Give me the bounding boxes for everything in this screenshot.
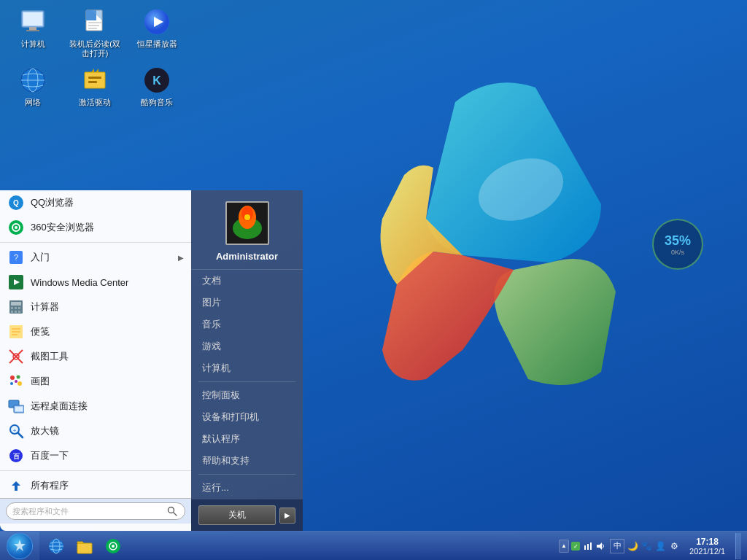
right-menu-games[interactable]: 游戏 (191, 335, 303, 357)
all-programs-icon (7, 477, 25, 494)
tray-icon-volume[interactable] (595, 540, 606, 552)
desktop-icon-computer[interactable]: 计算机 (7, 7, 58, 58)
tray-icon-user[interactable]: 👤 (654, 540, 666, 552)
speed-unit: 0K/s (671, 249, 684, 256)
svg-marker-19 (96, 69, 98, 72)
svg-point-76 (112, 545, 115, 548)
clock[interactable]: 17:18 2021/12/1 (684, 537, 731, 556)
taskbar-icon-ie2[interactable] (100, 533, 126, 559)
documents-label: 文档 (202, 274, 221, 287)
intro-label: 入门 (31, 251, 172, 264)
taskbar-icon-ie[interactable] (43, 533, 69, 559)
tray-icon-settings[interactable]: ⚙ (668, 540, 680, 552)
notification-area: ▲ ✓ (559, 540, 606, 553)
windows-logo (324, 44, 630, 394)
speed-widget: 35% 0K/s (652, 219, 703, 270)
all-programs-label: 所有程序 (31, 479, 184, 492)
snipping-label: 截图工具 (31, 350, 184, 363)
right-menu-computer[interactable]: 计算机 (191, 357, 303, 379)
svg-rect-34 (11, 302, 21, 306)
speed-percent: 35% (665, 233, 691, 249)
svg-rect-62 (15, 485, 18, 491)
svg-text:+: + (13, 427, 17, 434)
svg-point-49 (17, 376, 20, 379)
intro-arrow: ▶ (178, 254, 184, 262)
svg-rect-39 (15, 311, 17, 313)
desktop-icon-hengxing[interactable]: 恒星播放器 (131, 7, 182, 58)
360-browser-label: 360安全浏览器 (31, 221, 184, 234)
icon-row-1: 计算机 装机后必读(双击打开) (7, 7, 182, 58)
tray-icon-shield[interactable]: ✓ (570, 540, 581, 552)
menu-item-all-programs[interactable]: 所有程序 (0, 473, 191, 498)
svg-rect-79 (584, 545, 586, 550)
search-icon (166, 505, 179, 518)
menu-item-baidu[interactable]: 百 百度一下 (0, 443, 191, 468)
svg-point-28 (15, 226, 18, 229)
svg-rect-17 (85, 72, 105, 88)
svg-marker-82 (597, 542, 602, 550)
baidu-icon: 百 (7, 447, 25, 464)
svg-rect-80 (587, 544, 589, 550)
network-label: 网络 (25, 98, 41, 107)
shutdown-button[interactable]: 关机 (198, 505, 276, 525)
paint-label: 画图 (31, 375, 184, 388)
desktop-icon-setup[interactable]: 装机后必读(双击打开) (69, 7, 120, 58)
kugo-label: 酷狗音乐 (141, 98, 173, 107)
taskbar-icon-explorer[interactable] (71, 533, 98, 559)
tray-expand[interactable]: ▲ (559, 540, 569, 553)
magnifier-icon: + (7, 422, 25, 440)
right-menu-pictures[interactable]: 图片 (191, 292, 303, 314)
user-panel[interactable]: Administrator (191, 190, 303, 270)
pictures-label: 图片 (202, 296, 221, 309)
menu-item-magnifier[interactable]: + 放大镜 (0, 419, 191, 443)
right-menu-devices[interactable]: 设备和打印机 (191, 406, 303, 428)
qq-browser-label: QQ浏览器 (31, 196, 184, 209)
desktop-icons: 计算机 装机后必读(双击打开) (7, 7, 182, 108)
right-menu-default-programs[interactable]: 默认程序 (191, 428, 303, 450)
menu-item-paint[interactable]: 画图 (0, 369, 191, 394)
tray-icon-network[interactable] (582, 540, 594, 552)
menu-item-calculator[interactable]: 计算器 (0, 295, 191, 319)
svg-point-50 (10, 382, 13, 385)
moon-icon[interactable]: 🌙 (627, 540, 638, 552)
search-placeholder: 搜索程序和文件 (12, 506, 160, 517)
hengxing-label: 恒星播放器 (137, 39, 177, 49)
menu-item-qq-browser[interactable]: Q QQ浏览器 (0, 190, 191, 215)
right-menu-run[interactable]: 运行... (191, 477, 303, 499)
svg-line-64 (174, 513, 177, 516)
menu-item-360-browser[interactable]: 360安全浏览器 (0, 215, 191, 240)
search-bar: 搜索程序和文件 (0, 498, 191, 524)
svg-rect-40 (18, 311, 20, 313)
snipping-icon (7, 348, 25, 365)
start-button[interactable] (0, 532, 39, 561)
shutdown-arrow[interactable]: ▶ (279, 508, 295, 524)
menu-item-snipping[interactable]: 截图工具 (0, 344, 191, 369)
desktop-icon-network[interactable]: 网络 (7, 66, 58, 107)
svg-text:Q: Q (13, 199, 19, 207)
ime-icon[interactable]: 中 (610, 539, 624, 553)
music-label: 音乐 (202, 318, 221, 331)
setup-icon (80, 7, 109, 36)
right-menu-music[interactable]: 音乐 (191, 314, 303, 335)
show-desktop-button[interactable] (735, 533, 741, 559)
right-menu-control-panel[interactable]: 控制面板 (191, 384, 303, 406)
menu-item-remote[interactable]: 远程桌面连接 (0, 394, 191, 419)
tray-icon-paw[interactable]: 🐾 (640, 540, 652, 552)
start-menu-left: Q QQ浏览器 360安全浏览器 (0, 190, 191, 531)
svg-rect-35 (11, 307, 13, 309)
right-separator-2 (198, 474, 295, 475)
default-programs-label: 默认程序 (202, 432, 240, 446)
start-menu: Q QQ浏览器 360安全浏览器 (0, 190, 303, 531)
menu-item-intro[interactable]: ? 入门 ▶ (0, 245, 191, 270)
menu-item-sticky[interactable]: 便笺 (0, 319, 191, 344)
desktop-icon-kugo[interactable]: K 酷狗音乐 (131, 66, 182, 107)
right-menu-documents[interactable]: 文档 (191, 270, 303, 292)
ime-area: 中 🌙 🐾 👤 ⚙ (608, 539, 682, 553)
baidu-label: 百度一下 (31, 449, 184, 462)
search-box[interactable]: 搜索程序和文件 (6, 502, 185, 520)
desktop-icon-activate[interactable]: 激活驱动 (69, 66, 120, 107)
svg-marker-18 (91, 69, 94, 72)
system-tray: ▲ ✓ (553, 533, 747, 559)
right-menu-help[interactable]: 帮助和支持 (191, 450, 303, 472)
menu-item-wmc[interactable]: Windows Media Center (0, 270, 191, 295)
